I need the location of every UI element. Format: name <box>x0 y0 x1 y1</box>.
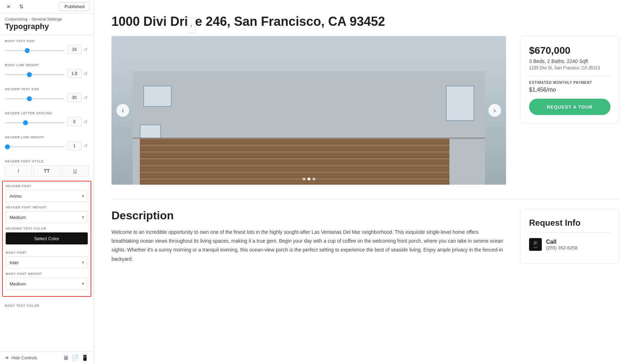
carousel-dot-3[interactable] <box>312 178 315 180</box>
header-letter-spacing-row: 0 ↺ <box>5 117 88 126</box>
body-font-weight-label: BODY FONT WEIGHT <box>6 272 88 276</box>
wood-panel <box>140 139 449 185</box>
main-content: 1000 Divi Drive 246, San Francisco, CA 9… <box>94 0 637 364</box>
call-label: Call <box>546 239 578 245</box>
header-font-label: HEADER FONT <box>6 184 88 188</box>
view-buttons: 🖥 📄 📱 <box>63 354 88 361</box>
header-font-weight-label: HEADER FONT WEIGHT <box>6 206 88 209</box>
sidebar-topbar: ✕ ⇅ Published <box>0 0 93 13</box>
close-button[interactable]: ✕ <box>4 2 13 12</box>
carousel-dot-1[interactable] <box>303 178 305 180</box>
hide-controls-label: Hide Controls <box>11 356 37 360</box>
back-button[interactable]: ‹ <box>188 18 195 33</box>
header-font-weight-select[interactable]: Thin Light Regular Medium Semi Bold Bold… <box>6 211 88 223</box>
body-font-label: BODY FONT <box>6 251 88 254</box>
header-line-height-row: 1 ↺ <box>5 141 88 150</box>
body-font-section: BODY FONT Inter Arial Georgia Helvetica … <box>6 251 88 268</box>
header-line-height-section: HEADER LINE HEIGHT 1 ↺ <box>0 131 93 155</box>
call-row: 📱 Call (255) 352-6258 <box>529 238 610 251</box>
body-text-size-section: BODY TEXT SIZE 16 ↺ <box>0 35 93 59</box>
body-font-weight-section: BODY FONT WEIGHT Thin Light Regular Medi… <box>6 272 88 290</box>
body-text-size-slider[interactable] <box>5 50 64 51</box>
request-divider <box>529 232 610 232</box>
request-info-title: Request Info <box>529 218 610 228</box>
carousel-prev-button[interactable]: ‹ <box>116 104 129 117</box>
call-number: (255) 352-6258 <box>546 245 578 250</box>
eye-icon: 👁 <box>5 356 9 360</box>
body-font-select[interactable]: Inter Arial Georgia Helvetica Open Sans … <box>6 256 88 268</box>
header-text-size-slider[interactable] <box>5 98 64 99</box>
header-letter-spacing-reset[interactable]: ↺ <box>83 118 88 125</box>
breadcrumb: Customizing › General Settings <box>0 13 93 21</box>
building-window-2 <box>446 86 474 121</box>
property-address-small: 1235 Divi St, San Fracisco, CA 35313 <box>529 65 610 70</box>
underline-button[interactable]: U <box>62 165 88 177</box>
description-title: Description <box>111 209 506 222</box>
description-col: Description Welcome to an incredible opp… <box>111 209 506 264</box>
published-button[interactable]: Published <box>59 2 90 11</box>
body-line-height-value: 1.8 <box>67 69 81 78</box>
body-text-size-slider-wrap <box>5 46 64 53</box>
header-letter-spacing-slider[interactable] <box>5 122 64 123</box>
carousel-dot-2[interactable] <box>308 178 310 180</box>
header-text-size-row: 30 ↺ <box>5 93 88 102</box>
mobile-view-button[interactable]: 📱 <box>81 354 88 361</box>
header-font-select[interactable]: Arimo Arial Georgia Helvetica Inter Open… <box>6 190 88 202</box>
request-info-col: Request Info 📱 Call (255) 352-6258 <box>520 209 619 264</box>
italic-button[interactable]: I <box>5 165 32 177</box>
body-line-height-value-wrap: 1.8 ↺ <box>67 69 88 78</box>
reorder-button[interactable]: ⇅ <box>16 2 26 12</box>
topbar-left: ✕ ⇅ <box>4 2 26 12</box>
body-text-size-label: BODY TEXT SIZE <box>5 39 88 43</box>
railing <box>133 138 485 139</box>
description-layout: Description Welcome to an incredible opp… <box>111 209 619 264</box>
est-payment-label: ESTIMATED MONTHLY PAYMENT <box>529 81 610 85</box>
header-text-size-slider-wrap <box>5 94 64 101</box>
body-line-height-reset[interactable]: ↺ <box>83 70 88 77</box>
body-line-height-slider-wrap <box>5 70 64 77</box>
hide-controls-button[interactable]: 👁 Hide Controls <box>5 356 37 360</box>
header-letter-spacing-section: HEADER LETTER SPACING 0 ↺ <box>0 107 93 131</box>
header-font-style-section: HEADER FONT STYLE I TT U <box>0 155 93 181</box>
header-letter-spacing-value: 0 <box>67 117 81 126</box>
header-letter-spacing-label: HEADER LETTER SPACING <box>5 111 88 115</box>
body-line-height-slider[interactable] <box>5 74 64 75</box>
body-line-height-label: BODY LINE HEIGHT <box>5 63 88 67</box>
bold-button[interactable]: TT <box>33 165 60 177</box>
heading-color-button[interactable]: Select Color <box>6 232 88 244</box>
sidebar-title: Typography <box>0 21 93 35</box>
body-text-size-row: 16 ↺ <box>5 45 88 54</box>
carousel-next-button[interactable]: › <box>488 104 501 117</box>
call-info: Call (255) 352-6258 <box>546 239 578 250</box>
header-line-height-slider-wrap <box>5 143 64 149</box>
property-content-row: ‹ › $670,000 3 Beds, 2 Baths, 2240 Sqft … <box>111 36 619 185</box>
body-text-size-value-wrap: 16 ↺ <box>67 45 88 54</box>
heading-text-color-section: HEADING TEXT COLOR Select Color <box>6 227 88 248</box>
building-window-1 <box>143 86 172 107</box>
header-line-height-reset[interactable]: ↺ <box>83 142 88 149</box>
body-font-weight-select[interactable]: Thin Light Regular Medium Semi Bold Bold <box>6 278 88 290</box>
property-image <box>111 36 506 185</box>
desktop-view-button[interactable]: 🖥 <box>63 354 69 361</box>
body-text-color-label: BODY TEXT COLOR <box>5 304 88 307</box>
request-tour-button[interactable]: REQUEST A TOUR <box>529 99 610 115</box>
body-text-size-reset[interactable]: ↺ <box>83 46 88 53</box>
breadcrumb-separator: › <box>29 17 30 21</box>
sidebar-bottom: 👁 Hide Controls 🖥 📄 📱 <box>0 351 93 364</box>
header-text-size-label: HEADER TEXT SIZE <box>5 87 88 91</box>
header-text-size-value: 30 <box>67 93 81 102</box>
monthly-payment: $1,456/mo <box>529 87 610 93</box>
body-text-color-section: BODY TEXT COLOR <box>0 300 93 311</box>
header-letter-spacing-value-wrap: 0 ↺ <box>67 117 88 126</box>
property-beds-baths: 3 Beds, 2 Baths, 2240 Sqft <box>529 58 610 64</box>
header-text-size-reset[interactable]: ↺ <box>83 94 88 101</box>
header-font-select-wrap: Arimo Arial Georgia Helvetica Inter Open… <box>6 190 88 202</box>
section-divider <box>111 199 619 199</box>
header-line-height-slider[interactable] <box>5 146 64 148</box>
info-divider <box>529 76 610 76</box>
carousel-dots <box>303 178 315 180</box>
header-font-section: HEADER FONT Arimo Arial Georgia Helvetic… <box>6 184 88 202</box>
tablet-view-button[interactable]: 📄 <box>71 354 79 361</box>
phone-icon: 📱 <box>529 238 542 251</box>
header-font-style-label: HEADER FONT STYLE <box>5 160 88 163</box>
